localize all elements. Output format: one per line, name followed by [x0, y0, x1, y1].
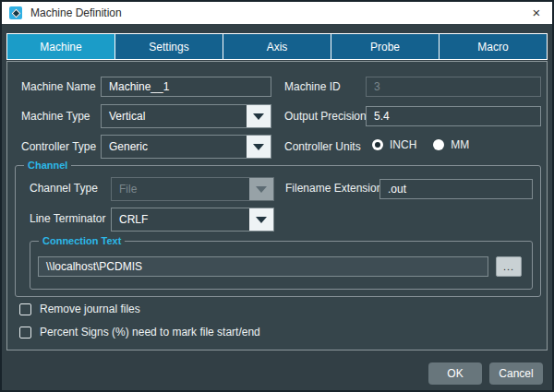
percent-signs-checkbox[interactable] — [19, 327, 31, 339]
ok-button[interactable]: OK — [428, 362, 482, 385]
output-precision-input[interactable]: 5.4 — [366, 106, 541, 126]
channel-type-arrow-icon — [249, 178, 273, 200]
percent-signs-row: Percent Signs (%) need to mark file star… — [19, 326, 260, 339]
connection-text-group-title: Connection Text — [39, 234, 125, 247]
mm-radio[interactable] — [433, 139, 444, 150]
machine-type-arrow-icon[interactable] — [247, 105, 271, 127]
channel-group-title: Channel — [24, 159, 71, 172]
inch-radio-label: INCH — [390, 138, 416, 151]
connection-text-group: Connection Text \\localhost\PCDMIS ... — [30, 241, 533, 290]
channel-type-value: File — [112, 178, 249, 200]
controller-units-label: Controller Units — [284, 140, 361, 153]
browse-button[interactable]: ... — [496, 256, 522, 277]
line-terminator-dropdown[interactable]: CRLF — [111, 208, 274, 232]
percent-signs-label: Percent Signs (%) need to mark file star… — [40, 326, 260, 339]
inch-radio[interactable] — [372, 139, 383, 150]
remove-journal-files-row: Remove journal files — [19, 303, 140, 315]
machine-type-value: Vertical — [102, 105, 247, 127]
machine-tab-panel: Machine Name Machine__1 Machine ID 3 Mac… — [6, 61, 548, 350]
titlebar: Machine Definition × — [2, 2, 552, 24]
remove-journal-files-label: Remove journal files — [40, 303, 140, 315]
controller-type-value: Generic — [102, 136, 247, 158]
line-terminator-value: CRLF — [112, 208, 249, 231]
tab-axis[interactable]: Axis — [223, 33, 331, 60]
tab-bar: Machine Settings Axis Probe Macro — [6, 33, 548, 60]
dialog-title: Machine Definition — [30, 6, 122, 19]
machine-name-input[interactable]: Machine__1 — [101, 77, 271, 97]
controller-type-arrow-icon[interactable] — [247, 136, 271, 158]
channel-type-dropdown: File — [111, 177, 274, 201]
line-terminator-label: Line Terminator — [30, 212, 106, 225]
channel-type-label: Channel Type — [30, 182, 98, 195]
machine-name-label: Machine Name — [21, 80, 96, 93]
machine-id-label: Machine ID — [284, 80, 341, 93]
close-icon[interactable]: × — [528, 5, 545, 21]
machine-id-input: 3 — [366, 77, 541, 97]
tab-settings[interactable]: Settings — [115, 33, 223, 60]
controller-type-dropdown[interactable]: Generic — [101, 135, 271, 159]
filename-extension-input[interactable]: .out — [379, 179, 533, 199]
line-terminator-arrow-icon[interactable] — [249, 208, 273, 231]
controller-units-group: INCH MM — [372, 138, 486, 151]
output-precision-label: Output Precision — [284, 110, 367, 123]
machine-definition-dialog: Machine Definition × Machine Settings Ax… — [0, 0, 554, 392]
tab-macro[interactable]: Macro — [440, 33, 548, 60]
machine-type-dropdown[interactable]: Vertical — [101, 104, 271, 128]
tab-machine[interactable]: Machine — [6, 33, 115, 60]
cancel-button[interactable]: Cancel — [489, 362, 543, 385]
machine-type-label: Machine Type — [21, 110, 90, 123]
mm-radio-label: MM — [451, 138, 469, 151]
controller-type-label: Controller Type — [21, 140, 96, 153]
app-icon — [9, 6, 22, 19]
connection-text-input[interactable]: \\localhost\PCDMIS — [38, 256, 488, 277]
remove-journal-files-checkbox[interactable] — [19, 303, 31, 315]
tab-probe[interactable]: Probe — [331, 33, 440, 60]
filename-extension-label: Filename Extension — [285, 182, 382, 195]
channel-group: Channel Channel Type File Filename Exten… — [15, 165, 541, 297]
